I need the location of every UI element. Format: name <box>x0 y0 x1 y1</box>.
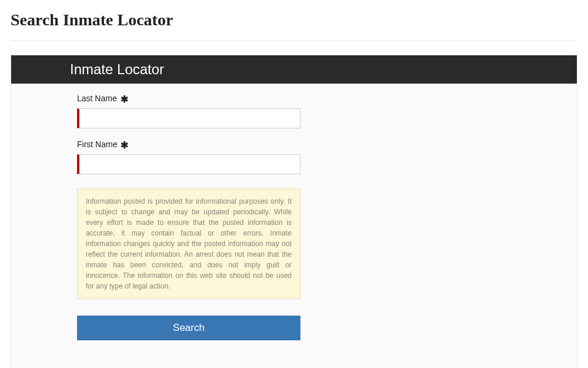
page-container: Search Inmate Locator Inmate Locator Las… <box>0 0 588 368</box>
app-frame: Inmate Locator Last Name ✱ First Name ✱ … <box>11 55 577 368</box>
required-icon: ✱ <box>121 140 128 150</box>
first-name-label: First Name ✱ <box>77 140 128 151</box>
first-name-input[interactable] <box>77 154 300 174</box>
disclaimer-box: Information posted is provided for infor… <box>77 188 300 299</box>
required-icon: ✱ <box>121 94 128 104</box>
search-button[interactable]: Search <box>77 316 300 340</box>
app-header-title: Inmate Locator <box>11 55 577 84</box>
page-title: Search Inmate Locator <box>11 11 577 29</box>
first-name-label-text: First Name <box>77 140 117 149</box>
last-name-input[interactable] <box>77 108 300 128</box>
first-name-group: First Name ✱ <box>77 139 577 174</box>
divider <box>11 40 577 41</box>
search-form: Last Name ✱ First Name ✱ Information pos… <box>11 84 577 368</box>
last-name-label: Last Name ✱ <box>77 94 128 105</box>
last-name-label-text: Last Name <box>77 94 117 103</box>
last-name-group: Last Name ✱ <box>77 93 577 128</box>
